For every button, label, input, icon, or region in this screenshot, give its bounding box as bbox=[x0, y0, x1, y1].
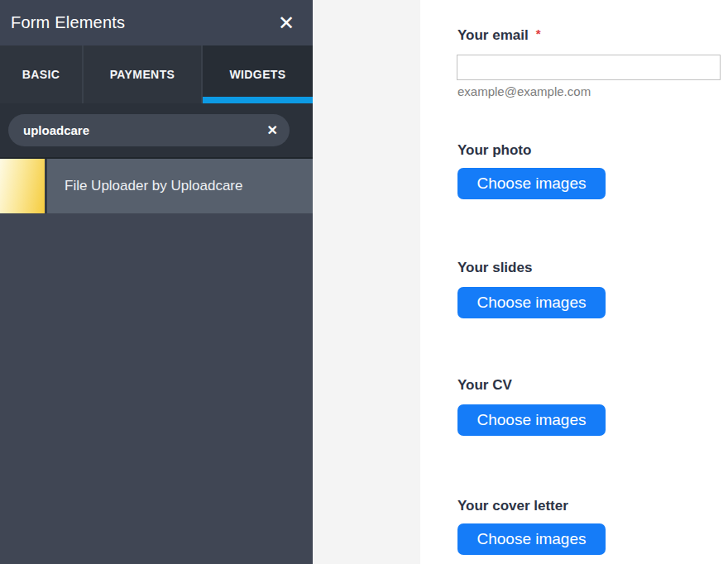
form-elements-panel: Form Elements ✕ BASIC PAYMENTS WIDGETS ✕… bbox=[0, 0, 313, 564]
tab-payments-label: PAYMENTS bbox=[110, 68, 175, 81]
tab-basic[interactable]: BASIC bbox=[0, 45, 82, 103]
choose-images-button-slides[interactable]: Choose images bbox=[457, 287, 606, 318]
widget-result-label: File Uploader by Uploadcare bbox=[47, 159, 242, 213]
cv-field-group: Your CV bbox=[457, 377, 512, 394]
widget-result-file-uploader[interactable]: File Uploader by Uploadcare bbox=[0, 159, 313, 213]
form-canvas-gutter bbox=[313, 0, 420, 564]
cv-label: Your CV bbox=[457, 377, 512, 393]
email-field-group: Your email* bbox=[457, 27, 541, 44]
tab-widgets[interactable]: WIDGETS bbox=[201, 45, 313, 103]
choose-images-button-photo[interactable]: Choose images bbox=[457, 168, 606, 199]
required-asterisk: * bbox=[536, 26, 541, 41]
photo-label: Your photo bbox=[457, 142, 531, 158]
email-input[interactable] bbox=[457, 55, 721, 80]
email-label: Your email bbox=[457, 27, 529, 43]
form-preview: Your email* example@example.com Your pho… bbox=[420, 0, 728, 564]
email-sublabel: example@example.com bbox=[457, 84, 591, 98]
tab-payments[interactable]: PAYMENTS bbox=[82, 45, 201, 103]
choose-images-button-cover-letter[interactable]: Choose images bbox=[457, 523, 606, 555]
slides-button-wrap: Choose images bbox=[457, 287, 606, 318]
uploadcare-widget-icon bbox=[0, 159, 47, 213]
close-icon[interactable]: ✕ bbox=[273, 10, 299, 36]
form-builder-screen: Form Elements ✕ BASIC PAYMENTS WIDGETS ✕… bbox=[0, 0, 728, 564]
panel-empty-area bbox=[0, 213, 313, 564]
photo-button-wrap: Choose images bbox=[457, 168, 606, 199]
widget-search-section: ✕ bbox=[0, 103, 313, 159]
widget-search-input[interactable] bbox=[8, 123, 290, 137]
choose-images-button-cv[interactable]: Choose images bbox=[457, 404, 606, 436]
search-pill: ✕ bbox=[8, 114, 290, 146]
clear-search-icon[interactable]: ✕ bbox=[267, 124, 278, 137]
tab-basic-label: BASIC bbox=[22, 68, 60, 81]
panel-title: Form Elements bbox=[11, 13, 125, 32]
cover-letter-button-wrap: Choose images bbox=[457, 523, 606, 555]
slides-label: Your slides bbox=[457, 260, 532, 275]
photo-field-group: Your photo bbox=[457, 142, 531, 159]
cover-letter-field-group: Your cover letter bbox=[457, 498, 568, 514]
slides-field-group: Your slides bbox=[457, 260, 532, 276]
element-tabs: BASIC PAYMENTS WIDGETS bbox=[0, 45, 313, 103]
panel-header: Form Elements ✕ bbox=[0, 0, 313, 45]
cv-button-wrap: Choose images bbox=[457, 404, 606, 436]
tab-widgets-label: WIDGETS bbox=[229, 68, 285, 81]
cover-letter-label: Your cover letter bbox=[457, 498, 568, 514]
